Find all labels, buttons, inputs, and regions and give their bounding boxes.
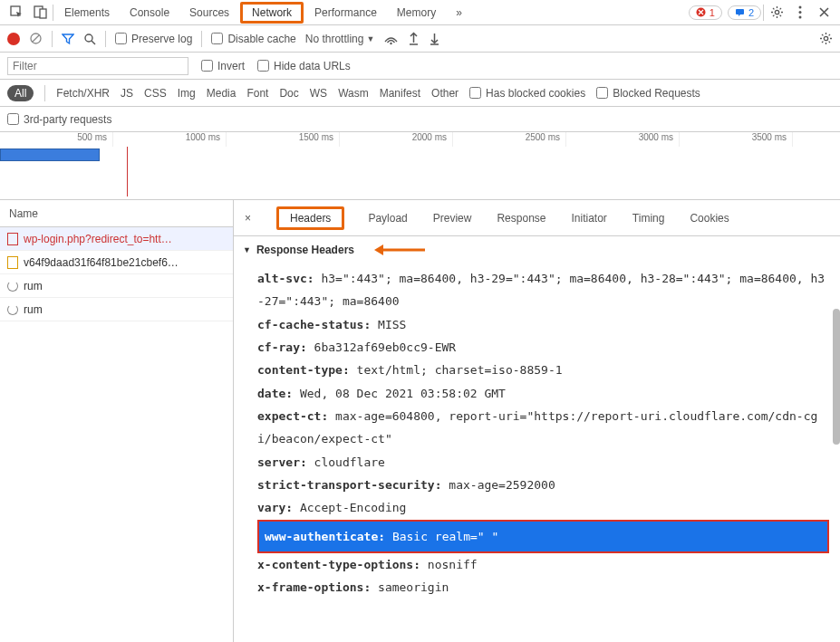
- response-headers-section[interactable]: ▼ Response Headers: [234, 236, 840, 264]
- response-header-line[interactable]: cf-cache-status: MISS: [257, 313, 840, 336]
- document-icon: [7, 256, 18, 269]
- detail-tab-response[interactable]: Response: [495, 207, 547, 229]
- detail-tab-payload[interactable]: Payload: [366, 207, 409, 229]
- type-filter-css[interactable]: CSS: [144, 87, 167, 100]
- request-name: rum: [24, 280, 43, 292]
- time-label: 40: [793, 132, 840, 147]
- blocked-requests-checkbox[interactable]: Blocked Requests: [596, 87, 700, 100]
- document-icon: [7, 233, 18, 245]
- detail-tabs-bar: × HeadersPayloadPreviewResponseInitiator…: [234, 200, 840, 236]
- response-header-line[interactable]: date: Wed, 08 Dec 2021 03:58:02 GMT: [257, 382, 840, 405]
- inspect-icon[interactable]: [5, 2, 27, 24]
- response-header-line[interactable]: server: cloudflare: [257, 451, 840, 474]
- response-header-line[interactable]: strict-transport-security: max-age=25920…: [257, 474, 840, 496]
- main-tab-memory[interactable]: Memory: [388, 3, 445, 23]
- kebab-menu-icon[interactable]: [789, 2, 811, 24]
- request-row[interactable]: rum: [0, 274, 233, 298]
- filter-input[interactable]: [7, 57, 188, 75]
- svg-point-21: [391, 42, 392, 43]
- scrollbar-thumb[interactable]: [833, 309, 840, 445]
- search-icon[interactable]: [83, 33, 96, 45]
- header-value: Wed, 08 Dec 2021 03:58:02 GMT: [293, 387, 506, 400]
- timeline-overview[interactable]: 500 ms1000 ms1500 ms2000 ms2500 ms3000 m…: [0, 132, 840, 200]
- download-har-icon[interactable]: [429, 32, 440, 45]
- scrollbar[interactable]: [833, 200, 840, 642]
- response-header-line[interactable]: x-frame-options: sameorigin: [257, 576, 840, 599]
- network-settings-gear-icon[interactable]: [819, 32, 833, 45]
- throttling-select[interactable]: No throttling ▼: [305, 33, 375, 45]
- type-filter-all[interactable]: All: [7, 85, 34, 101]
- request-row[interactable]: rum: [0, 298, 233, 321]
- third-party-label: 3rd-party requests: [24, 113, 111, 126]
- header-value: cloudflare: [307, 455, 385, 469]
- response-header-line[interactable]: vary: Accept-Encoding: [257, 496, 840, 519]
- disable-cache-checkbox[interactable]: Disable cache: [211, 33, 295, 45]
- response-header-line[interactable]: cf-ray: 6ba312af69eb0cc9-EWR: [257, 336, 840, 359]
- upload-har-icon[interactable]: [408, 32, 420, 45]
- type-filter-ws[interactable]: WS: [310, 87, 327, 100]
- error-count: 1: [710, 7, 715, 18]
- detail-tab-preview[interactable]: Preview: [431, 207, 474, 229]
- overflow-tabs[interactable]: »: [447, 3, 471, 23]
- type-filter-font[interactable]: Font: [246, 87, 268, 100]
- header-value: 6ba312af69eb0cc9-EWR: [307, 340, 456, 354]
- type-filter-manifest[interactable]: Manifest: [380, 87, 420, 100]
- split-pane: Name wp-login.php?redirect_to=htt…v64f9d…: [0, 200, 840, 642]
- record-button[interactable]: [7, 33, 20, 45]
- main-tab-elements[interactable]: Elements: [55, 3, 119, 23]
- invert-label: Invert: [217, 60, 245, 72]
- response-header-line[interactable]: content-type: text/html; charset=iso-885…: [257, 359, 840, 381]
- filter-funnel-icon[interactable]: [62, 33, 74, 45]
- message-badge[interactable]: 2: [728, 5, 761, 20]
- type-filter-other[interactable]: Other: [431, 87, 459, 100]
- separator: [52, 31, 53, 47]
- error-badge[interactable]: 1: [689, 5, 722, 20]
- preserve-log-label: Preserve log: [131, 33, 192, 45]
- invert-checkbox[interactable]: Invert: [201, 60, 245, 72]
- disable-cache-label: Disable cache: [227, 33, 295, 45]
- close-details-icon[interactable]: ×: [241, 212, 255, 225]
- detail-tab-timing[interactable]: Timing: [631, 207, 667, 229]
- network-conditions-icon[interactable]: [383, 33, 399, 45]
- type-filter-js[interactable]: JS: [121, 87, 133, 100]
- detail-tab-initiator[interactable]: Initiator: [569, 207, 608, 229]
- response-header-line[interactable]: alt-svc: h3=":443"; ma=86400, h3-29=":44…: [257, 267, 840, 313]
- type-filter-row: AllFetch/XHRJSCSSImgMediaFontDocWSWasmMa…: [0, 80, 840, 107]
- hide-data-urls-checkbox[interactable]: Hide data URLs: [257, 60, 351, 72]
- header-key: cf-cache-status:: [257, 318, 371, 331]
- type-filter-img[interactable]: Img: [178, 87, 196, 100]
- request-row[interactable]: v64f9daad31f64f81be21cbef6…: [0, 251, 233, 274]
- main-tabs-bar: ElementsConsoleSourcesNetworkPerformance…: [0, 0, 840, 25]
- extra-filter-row: 3rd-party requests: [0, 107, 840, 132]
- close-devtools-icon[interactable]: [813, 2, 835, 24]
- header-key: content-type:: [257, 363, 350, 377]
- request-row[interactable]: wp-login.php?redirect_to=htt…: [0, 227, 233, 251]
- third-party-requests-checkbox[interactable]: 3rd-party requests: [7, 113, 111, 126]
- detail-tab-cookies[interactable]: Cookies: [688, 207, 730, 229]
- time-label: 1500 ms: [227, 132, 340, 147]
- type-filter-media[interactable]: Media: [207, 87, 237, 100]
- settings-gear-icon[interactable]: [766, 2, 787, 24]
- time-label: 2000 ms: [340, 132, 453, 147]
- svg-line-20: [92, 41, 95, 44]
- header-key: x-frame-options:: [257, 580, 371, 594]
- main-tab-console[interactable]: Console: [121, 3, 179, 23]
- response-header-line[interactable]: www-authenticate: Basic realm=" ": [257, 520, 829, 553]
- preserve-log-checkbox[interactable]: Preserve log: [115, 33, 192, 45]
- name-column-header[interactable]: Name: [0, 200, 233, 227]
- type-filter-doc[interactable]: Doc: [279, 87, 298, 100]
- device-toggle-icon[interactable]: [29, 2, 51, 24]
- main-tab-network[interactable]: Network: [240, 2, 304, 24]
- svg-line-29: [822, 34, 823, 35]
- clear-icon[interactable]: [29, 32, 43, 45]
- response-header-line[interactable]: expect-ct: max-age=604800, report-uri="h…: [257, 405, 840, 451]
- response-header-line[interactable]: x-content-type-options: nosniff: [257, 553, 840, 576]
- svg-line-30: [829, 42, 830, 43]
- request-name: rum: [24, 303, 43, 316]
- main-tab-sources[interactable]: Sources: [180, 3, 238, 23]
- main-tab-performance[interactable]: Performance: [305, 3, 386, 23]
- type-filter-fetch-xhr[interactable]: Fetch/XHR: [56, 87, 110, 100]
- detail-tab-headers[interactable]: Headers: [276, 206, 344, 230]
- type-filter-wasm[interactable]: Wasm: [338, 87, 369, 100]
- has-blocked-cookies-checkbox[interactable]: Has blocked cookies: [469, 87, 585, 100]
